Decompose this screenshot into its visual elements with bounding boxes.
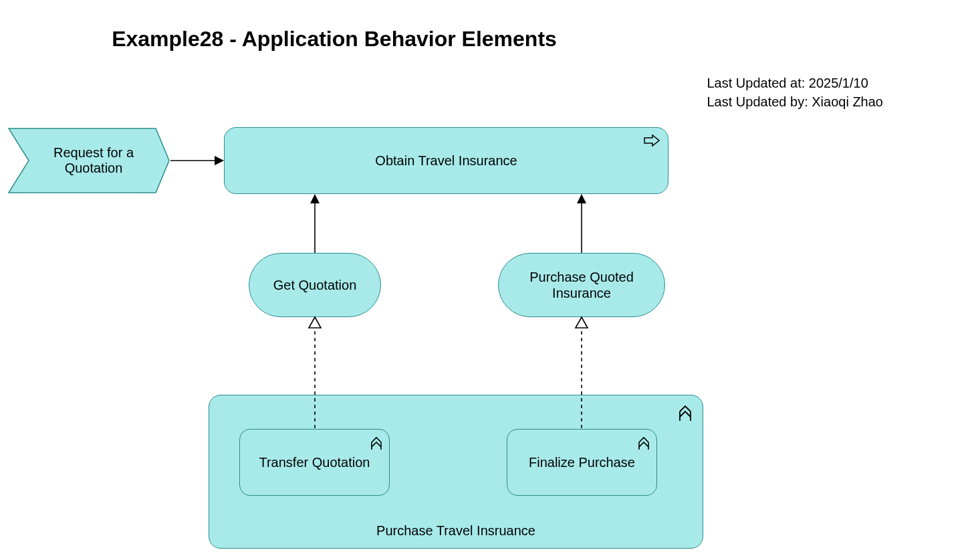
process-chevron-icon	[679, 405, 692, 422]
svg-marker-11	[310, 194, 320, 203]
process-purchase-travel-insurance: Transfer Quotation Finalize Purchase Pur…	[209, 395, 703, 549]
service-get-quotation: Get Quotation	[249, 253, 381, 317]
svg-marker-17	[576, 317, 588, 328]
diagram-title: Example28 - Application Behavior Element…	[0, 27, 668, 52]
service-obtain-travel-insurance-label: Obtain Travel Insurance	[375, 153, 517, 169]
process-chevron-icon	[638, 436, 650, 451]
process-finalize-purchase-label: Finalize Purchase	[529, 455, 635, 470]
svg-marker-15	[309, 317, 321, 328]
service-obtain-travel-insurance: Obtain Travel Insurance	[224, 127, 668, 194]
service-purchase-quoted-insurance-label: Purchase Quoted Insurance	[520, 269, 643, 301]
service-get-quotation-label: Get Quotation	[273, 278, 357, 293]
event-request-quotation-label: Request for a Quotation	[30, 134, 157, 187]
diagram-metadata: Last Updated at: 2025/1/10 Last Updated …	[707, 74, 883, 111]
svg-marker-13	[577, 194, 586, 203]
svg-marker-1	[644, 135, 659, 146]
process-transfer-quotation: Transfer Quotation	[239, 429, 390, 496]
process-purchase-travel-insurance-label: Purchase Travel Insruance	[209, 523, 703, 539]
process-finalize-purchase: Finalize Purchase	[507, 429, 657, 496]
process-transfer-quotation-label: Transfer Quotation	[259, 455, 370, 470]
process-chevron-icon	[370, 436, 382, 451]
diagram-canvas: Example28 - Application Behavior Element…	[0, 0, 980, 558]
last-updated-by: Last Updated by: Xiaoqi Zhao	[707, 92, 883, 111]
last-updated-at: Last Updated at: 2025/1/10	[707, 74, 883, 92]
service-purchase-quoted-insurance: Purchase Quoted Insurance	[498, 253, 665, 317]
svg-marker-9	[215, 156, 224, 165]
service-arrow-icon	[644, 134, 660, 147]
